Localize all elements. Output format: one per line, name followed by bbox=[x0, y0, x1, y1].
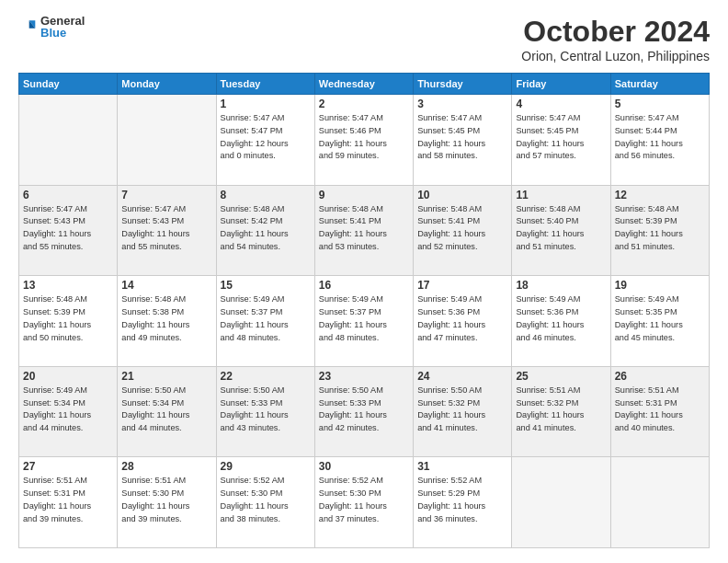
logo-icon bbox=[18, 17, 37, 36]
weekday-header-row: SundayMondayTuesdayWednesdayThursdayFrid… bbox=[19, 74, 710, 95]
day-info: Sunrise: 5:52 AM Sunset: 5:29 PM Dayligh… bbox=[417, 475, 507, 525]
day-number: 1 bbox=[221, 98, 311, 110]
calendar-day-cell: 27Sunrise: 5:51 AM Sunset: 5:31 PM Dayli… bbox=[19, 457, 118, 548]
header: General Blue October 2024 Orion, Central… bbox=[18, 15, 710, 63]
day-number: 8 bbox=[221, 189, 311, 201]
weekday-header-cell: Friday bbox=[512, 74, 610, 95]
day-info: Sunrise: 5:47 AM Sunset: 5:45 PM Dayligh… bbox=[516, 112, 606, 163]
calendar-day-cell: 12Sunrise: 5:48 AM Sunset: 5:39 PM Dayli… bbox=[610, 185, 709, 276]
calendar-day-cell: 3Sunrise: 5:47 AM Sunset: 5:45 PM Daylig… bbox=[414, 95, 512, 186]
day-number: 29 bbox=[221, 460, 311, 473]
day-number: 20 bbox=[23, 370, 113, 383]
day-number: 25 bbox=[516, 370, 606, 383]
calendar-day-cell: 26Sunrise: 5:51 AM Sunset: 5:31 PM Dayli… bbox=[610, 366, 709, 457]
title-area: October 2024 Orion, Central Luzon, Phili… bbox=[521, 15, 710, 63]
day-number: 30 bbox=[319, 460, 409, 473]
calendar-day-cell: 16Sunrise: 5:49 AM Sunset: 5:37 PM Dayli… bbox=[314, 276, 413, 367]
day-info: Sunrise: 5:49 AM Sunset: 5:37 PM Dayligh… bbox=[319, 293, 409, 344]
weekday-header-cell: Tuesday bbox=[216, 74, 314, 95]
logo-blue-text: Blue bbox=[40, 27, 85, 39]
logo-text: General Blue bbox=[40, 15, 85, 39]
day-number: 15 bbox=[221, 279, 311, 292]
calendar-day-cell: 24Sunrise: 5:50 AM Sunset: 5:32 PM Dayli… bbox=[414, 366, 512, 457]
weekday-header-cell: Saturday bbox=[610, 74, 709, 95]
location: Orion, Central Luzon, Philippines bbox=[521, 49, 710, 63]
day-number: 2 bbox=[319, 98, 409, 110]
calendar-day-cell: 13Sunrise: 5:48 AM Sunset: 5:39 PM Dayli… bbox=[19, 276, 118, 367]
calendar-day-cell bbox=[19, 95, 118, 186]
weekday-header-cell: Wednesday bbox=[314, 74, 413, 95]
day-number: 17 bbox=[417, 279, 507, 292]
day-number: 13 bbox=[23, 279, 113, 292]
calendar-day-cell: 22Sunrise: 5:50 AM Sunset: 5:33 PM Dayli… bbox=[216, 366, 314, 457]
day-info: Sunrise: 5:47 AM Sunset: 5:43 PM Dayligh… bbox=[23, 203, 113, 254]
day-info: Sunrise: 5:51 AM Sunset: 5:31 PM Dayligh… bbox=[615, 385, 705, 435]
day-info: Sunrise: 5:49 AM Sunset: 5:35 PM Dayligh… bbox=[615, 293, 705, 344]
calendar-day-cell: 23Sunrise: 5:50 AM Sunset: 5:33 PM Dayli… bbox=[314, 366, 413, 457]
calendar-day-cell: 4Sunrise: 5:47 AM Sunset: 5:45 PM Daylig… bbox=[512, 95, 610, 186]
day-info: Sunrise: 5:48 AM Sunset: 5:40 PM Dayligh… bbox=[516, 203, 606, 254]
day-info: Sunrise: 5:52 AM Sunset: 5:30 PM Dayligh… bbox=[319, 475, 409, 525]
day-number: 6 bbox=[23, 189, 113, 201]
calendar-day-cell bbox=[118, 95, 216, 186]
day-number: 24 bbox=[417, 370, 507, 383]
calendar-day-cell: 30Sunrise: 5:52 AM Sunset: 5:30 PM Dayli… bbox=[314, 457, 413, 548]
day-number: 5 bbox=[615, 98, 705, 110]
day-info: Sunrise: 5:48 AM Sunset: 5:41 PM Dayligh… bbox=[319, 203, 409, 254]
weekday-header-cell: Monday bbox=[118, 74, 216, 95]
day-number: 9 bbox=[319, 189, 409, 201]
calendar-day-cell: 25Sunrise: 5:51 AM Sunset: 5:32 PM Dayli… bbox=[512, 366, 610, 457]
calendar-week-row: 20Sunrise: 5:49 AM Sunset: 5:34 PM Dayli… bbox=[19, 366, 710, 457]
calendar-day-cell: 17Sunrise: 5:49 AM Sunset: 5:36 PM Dayli… bbox=[414, 276, 512, 367]
day-number: 16 bbox=[319, 279, 409, 292]
day-info: Sunrise: 5:50 AM Sunset: 5:33 PM Dayligh… bbox=[319, 385, 409, 435]
day-info: Sunrise: 5:51 AM Sunset: 5:32 PM Dayligh… bbox=[516, 385, 606, 435]
day-number: 27 bbox=[23, 460, 113, 473]
calendar-day-cell: 1Sunrise: 5:47 AM Sunset: 5:47 PM Daylig… bbox=[216, 95, 314, 186]
month-title: October 2024 bbox=[521, 15, 710, 49]
day-number: 26 bbox=[615, 370, 705, 383]
day-info: Sunrise: 5:52 AM Sunset: 5:30 PM Dayligh… bbox=[221, 475, 311, 525]
calendar-day-cell: 11Sunrise: 5:48 AM Sunset: 5:40 PM Dayli… bbox=[512, 185, 610, 276]
day-number: 10 bbox=[417, 189, 507, 201]
day-number: 18 bbox=[516, 279, 606, 292]
calendar-day-cell: 5Sunrise: 5:47 AM Sunset: 5:44 PM Daylig… bbox=[610, 95, 709, 186]
calendar-day-cell: 6Sunrise: 5:47 AM Sunset: 5:43 PM Daylig… bbox=[19, 185, 118, 276]
calendar-day-cell: 19Sunrise: 5:49 AM Sunset: 5:35 PM Dayli… bbox=[610, 276, 709, 367]
calendar-week-row: 6Sunrise: 5:47 AM Sunset: 5:43 PM Daylig… bbox=[19, 185, 710, 276]
day-info: Sunrise: 5:49 AM Sunset: 5:37 PM Dayligh… bbox=[221, 293, 311, 344]
calendar-day-cell bbox=[512, 457, 610, 548]
day-number: 11 bbox=[516, 189, 606, 201]
day-info: Sunrise: 5:49 AM Sunset: 5:34 PM Dayligh… bbox=[23, 385, 113, 435]
calendar-week-row: 1Sunrise: 5:47 AM Sunset: 5:47 PM Daylig… bbox=[19, 95, 710, 186]
day-info: Sunrise: 5:48 AM Sunset: 5:38 PM Dayligh… bbox=[121, 293, 211, 344]
day-number: 28 bbox=[121, 460, 211, 473]
weekday-header-cell: Sunday bbox=[19, 74, 118, 95]
day-number: 3 bbox=[417, 98, 507, 110]
day-number: 23 bbox=[319, 370, 409, 383]
calendar-day-cell: 18Sunrise: 5:49 AM Sunset: 5:36 PM Dayli… bbox=[512, 276, 610, 367]
calendar-table: SundayMondayTuesdayWednesdayThursdayFrid… bbox=[18, 73, 710, 548]
calendar-day-cell: 21Sunrise: 5:50 AM Sunset: 5:34 PM Dayli… bbox=[118, 366, 216, 457]
calendar-day-cell: 31Sunrise: 5:52 AM Sunset: 5:29 PM Dayli… bbox=[414, 457, 512, 548]
calendar-day-cell: 28Sunrise: 5:51 AM Sunset: 5:30 PM Dayli… bbox=[118, 457, 216, 548]
day-info: Sunrise: 5:49 AM Sunset: 5:36 PM Dayligh… bbox=[417, 293, 507, 344]
day-info: Sunrise: 5:47 AM Sunset: 5:47 PM Dayligh… bbox=[221, 112, 311, 163]
day-number: 4 bbox=[516, 98, 606, 110]
calendar-day-cell: 15Sunrise: 5:49 AM Sunset: 5:37 PM Dayli… bbox=[216, 276, 314, 367]
calendar-week-row: 27Sunrise: 5:51 AM Sunset: 5:31 PM Dayli… bbox=[19, 457, 710, 548]
calendar-day-cell: 7Sunrise: 5:47 AM Sunset: 5:43 PM Daylig… bbox=[118, 185, 216, 276]
calendar-body: 1Sunrise: 5:47 AM Sunset: 5:47 PM Daylig… bbox=[19, 95, 710, 548]
day-number: 14 bbox=[121, 279, 211, 292]
day-info: Sunrise: 5:51 AM Sunset: 5:30 PM Dayligh… bbox=[121, 475, 211, 525]
day-number: 22 bbox=[221, 370, 311, 383]
day-info: Sunrise: 5:47 AM Sunset: 5:45 PM Dayligh… bbox=[417, 112, 507, 163]
day-info: Sunrise: 5:47 AM Sunset: 5:46 PM Dayligh… bbox=[319, 112, 409, 163]
day-info: Sunrise: 5:48 AM Sunset: 5:39 PM Dayligh… bbox=[615, 203, 705, 254]
day-number: 7 bbox=[121, 189, 211, 201]
day-info: Sunrise: 5:50 AM Sunset: 5:32 PM Dayligh… bbox=[417, 385, 507, 435]
day-info: Sunrise: 5:48 AM Sunset: 5:41 PM Dayligh… bbox=[417, 203, 507, 254]
day-number: 19 bbox=[615, 279, 705, 292]
day-info: Sunrise: 5:48 AM Sunset: 5:39 PM Dayligh… bbox=[23, 293, 113, 344]
calendar-day-cell: 2Sunrise: 5:47 AM Sunset: 5:46 PM Daylig… bbox=[314, 95, 413, 186]
